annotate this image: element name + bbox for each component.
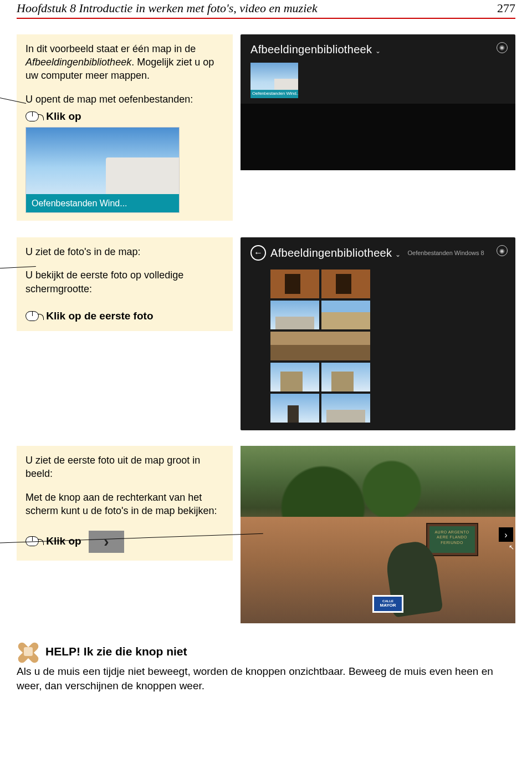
- photos-app-screenshot-folder: ← Afbeeldingenbibliotheek ⌄ Oefenbestand…: [241, 237, 515, 430]
- action-click: Klik op: [25, 109, 224, 124]
- help-bandage-icon: [17, 640, 40, 663]
- mouse-click-icon: [25, 111, 39, 121]
- photo-grid: [241, 266, 515, 430]
- action-click: Klik op de eerste foto: [25, 309, 224, 323]
- user-account-icon[interactable]: ◉: [497, 42, 508, 53]
- action-click: Klik op: [25, 531, 224, 553]
- chapter-title: Hoofdstuk 8 Introductie in werken met fo…: [17, 0, 318, 17]
- instruction-box-2: U ziet de foto's in de map: U bekijkt de…: [17, 237, 233, 331]
- street-sign: CALLE MAYOR: [372, 595, 403, 613]
- folder-tile-oefenbestanden[interactable]: Oefenbestanden Wind...: [25, 127, 180, 213]
- paragraph: In dit voorbeeld staat er één map in de …: [25, 42, 224, 83]
- photo-thumb[interactable]: [270, 363, 319, 391]
- photos-app-screenshot-fullscreen: AURO ARGENTO AERE FLANDO FERIUNDO CALLE …: [241, 446, 515, 623]
- next-photo-button[interactable]: ›: [499, 527, 513, 542]
- photo-thumb[interactable]: [270, 394, 319, 423]
- chevron-down-icon: ⌄: [395, 251, 401, 258]
- photos-app-screenshot-library: Afbeeldingenbibliotheek ⌄ ◉ Oefenbestand…: [241, 34, 515, 170]
- photo-thumb[interactable]: [321, 394, 370, 423]
- mouse-cursor-icon: ↖: [509, 543, 514, 552]
- page-number: 277: [497, 0, 515, 17]
- photo-thumb[interactable]: [270, 332, 370, 360]
- help-body: Als u de muis een tijdje niet beweegt, w…: [17, 664, 515, 693]
- photo-thumb[interactable]: [270, 269, 319, 298]
- breadcrumb-subtitle: Oefenbestanden Windows 8: [407, 249, 484, 257]
- photo-thumb[interactable]: [270, 301, 319, 329]
- photo-thumb[interactable]: [321, 269, 370, 298]
- folder-caption: Oefenbestanden Wind...: [26, 194, 179, 213]
- wall-plaque: AURO ARGENTO AERE FLANDO FERIUNDO: [427, 524, 477, 555]
- italic-term: Afbeeldingenbibliotheek: [25, 57, 131, 68]
- instruction-box-3: U ziet de eerste foto uit de map groot i…: [17, 446, 233, 561]
- help-title: HELP! Ik zie die knop niet: [45, 644, 187, 659]
- library-folder-tile[interactable]: Oefenbestanden Wind...: [250, 63, 298, 98]
- paragraph: U opent de map met oefenbestanden:: [25, 93, 224, 106]
- instruction-box-1: In dit voorbeeld staat er één map in de …: [17, 34, 233, 221]
- user-account-icon[interactable]: ◉: [497, 245, 508, 256]
- back-button[interactable]: ←: [250, 245, 266, 261]
- paragraph: U ziet de eerste foto uit de map groot i…: [25, 454, 224, 481]
- folder-thumbnail: [26, 128, 179, 194]
- tile-caption: Oefenbestanden Wind...: [250, 90, 298, 98]
- chevron-down-icon: ⌄: [375, 47, 381, 55]
- mouse-click-icon: [25, 311, 39, 321]
- paragraph: U bekijkt de eerste foto op volledige sc…: [25, 268, 224, 296]
- app-title[interactable]: Afbeeldingenbibliotheek ⌄: [270, 246, 401, 261]
- photo-thumb[interactable]: [321, 363, 370, 391]
- paragraph: Met de knop aan de rechterkant van het s…: [25, 491, 224, 518]
- photo-thumb[interactable]: [321, 301, 370, 329]
- app-title[interactable]: Afbeeldingenbibliotheek ⌄: [250, 42, 381, 57]
- next-button-chip[interactable]: [89, 531, 124, 553]
- paragraph: U ziet de foto's in de map:: [25, 245, 224, 258]
- chapter-header: Hoofdstuk 8 Introductie in werken met fo…: [17, 0, 515, 19]
